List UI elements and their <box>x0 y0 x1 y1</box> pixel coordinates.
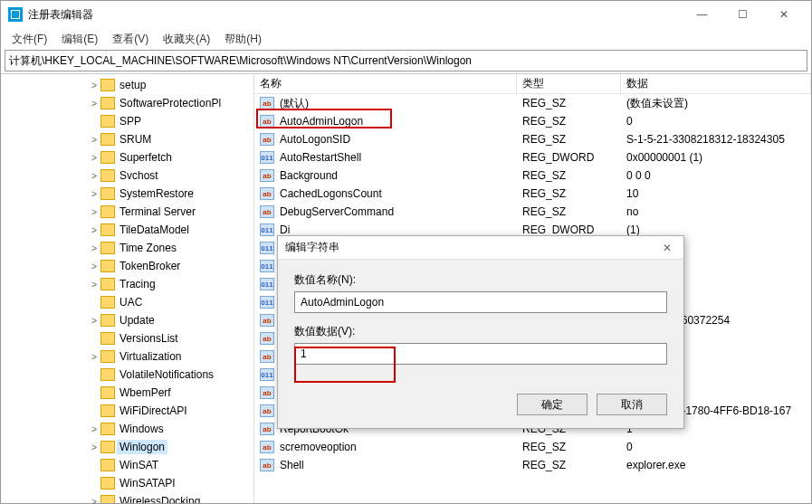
tree-item-softwareprotectionpl[interactable]: >SoftwareProtectionPl <box>1 94 253 112</box>
value-data: explorer.exe <box>621 459 811 471</box>
expand-icon[interactable]: > <box>88 81 100 90</box>
expand-icon[interactable]: > <box>88 135 100 145</box>
col-name[interactable]: 名称 <box>254 74 517 93</box>
ok-button[interactable]: 确定 <box>517 394 588 415</box>
value-icon: 011 <box>260 260 274 272</box>
tree-item-tracing[interactable]: >Tracing <box>1 275 253 293</box>
tree-item-tokenbroker[interactable]: >TokenBroker <box>1 257 253 275</box>
expand-icon[interactable]: > <box>88 171 100 181</box>
tree-item-tiledatamodel[interactable]: >TileDataModel <box>1 221 253 239</box>
expand-icon[interactable]: > <box>88 497 100 505</box>
maximize-button[interactable]: ☐ <box>722 2 763 27</box>
tree-item-virtualization[interactable]: >Virtualization <box>1 347 253 366</box>
expand-icon[interactable]: > <box>88 424 100 434</box>
value-name: Di <box>280 223 290 236</box>
expand-icon[interactable]: > <box>88 262 100 271</box>
tree-item-superfetch[interactable]: >Superfetch <box>1 148 253 166</box>
expand-icon[interactable]: > <box>88 442 100 452</box>
tree-item-winsatapi[interactable]: WinSATAPI <box>1 474 253 492</box>
tree-panel[interactable]: >setup>SoftwareProtectionPlSPP>SRUM>Supe… <box>1 74 254 504</box>
tree-item-wirelessdocking[interactable]: >WirelessDocking <box>1 492 253 504</box>
tree-item-winsat[interactable]: WinSAT <box>1 456 253 474</box>
folder-icon <box>100 260 115 272</box>
values-header: 名称 类型 数据 <box>254 74 811 94</box>
tree-item-update[interactable]: >Update <box>1 311 253 329</box>
tree-item-wbemperf[interactable]: WbemPerf <box>1 384 253 402</box>
value-type: REG_SZ <box>517 169 621 182</box>
minimize-button[interactable]: — <box>682 2 722 27</box>
value-row[interactable]: 011AutoRestartShellREG_DWORD0x00000001 (… <box>254 148 811 166</box>
expand-icon[interactable]: > <box>88 153 100 163</box>
value-data: S-1-5-21-3308218312-18324305 <box>621 133 811 146</box>
value-row[interactable]: abAutoLogonSIDREG_SZS-1-5-21-3308218312-… <box>254 130 811 148</box>
menu-file[interactable]: 文件(F) <box>6 30 53 49</box>
tree-item-wifidirectapi[interactable]: WiFiDirectAPI <box>1 402 253 420</box>
folder-icon <box>100 151 115 164</box>
expand-icon[interactable]: > <box>88 316 100 326</box>
app-icon <box>8 7 23 22</box>
value-type: REG_DWORD <box>517 151 621 164</box>
expand-icon[interactable]: > <box>88 352 100 362</box>
value-type: REG_SZ <box>517 97 621 109</box>
value-row[interactable]: abscremoveoptionREG_SZ0 <box>254 438 811 456</box>
tree-item-systemrestore[interactable]: >SystemRestore <box>1 185 253 203</box>
value-icon: ab <box>260 133 274 146</box>
tree-item-time-zones[interactable]: >Time Zones <box>1 239 253 257</box>
value-icon: ab <box>260 423 274 435</box>
tree-item-svchost[interactable]: >Svchost <box>1 166 253 185</box>
tree-item-srum[interactable]: >SRUM <box>1 130 253 148</box>
value-name-label: 数值名称(N): <box>294 272 667 288</box>
tree-item-uac[interactable]: UAC <box>1 293 253 311</box>
expand-icon[interactable]: > <box>88 207 100 217</box>
tree-item-winlogon[interactable]: >Winlogon <box>1 438 253 456</box>
value-icon: ab <box>260 115 274 128</box>
value-name: AutoAdminLogon <box>280 115 363 128</box>
value-data: (1) <box>621 223 811 236</box>
menu-help[interactable]: 帮助(H) <box>219 30 267 49</box>
close-button[interactable]: ✕ <box>763 2 804 27</box>
value-type: REG_SZ <box>517 187 621 200</box>
expand-icon[interactable]: > <box>88 280 100 290</box>
value-icon: ab <box>260 386 274 399</box>
value-row[interactable]: abBackgroundREG_SZ0 0 0 <box>254 166 811 185</box>
value-row[interactable]: abCachedLogonsCountREG_SZ10 <box>254 185 811 203</box>
folder-icon <box>100 242 115 254</box>
expand-icon[interactable]: > <box>88 243 100 253</box>
menu-view[interactable]: 查看(V) <box>107 30 154 49</box>
folder-icon <box>100 223 115 236</box>
value-data: 10 <box>621 187 811 200</box>
value-row[interactable]: ab(默认)REG_SZ(数值未设置) <box>254 94 811 112</box>
value-name-input[interactable] <box>294 291 667 313</box>
menu-edit[interactable]: 编辑(E) <box>56 30 103 49</box>
tree-item-versionslist[interactable]: VersionsList <box>1 329 253 347</box>
value-type: REG_SZ <box>517 205 621 218</box>
expand-icon[interactable]: > <box>88 99 100 109</box>
value-type: REG_SZ <box>517 115 621 128</box>
expand-icon[interactable]: > <box>88 189 100 199</box>
address-bar[interactable]: 计算机\HKEY_LOCAL_MACHINE\SOFTWARE\Microsof… <box>5 50 807 71</box>
folder-icon <box>100 79 115 91</box>
value-row[interactable]: abShellREG_SZexplorer.exe <box>254 456 811 474</box>
value-icon: 011 <box>260 151 274 164</box>
expand-icon[interactable]: > <box>88 225 100 235</box>
value-row[interactable]: abDebugServerCommandREG_SZno <box>254 203 811 221</box>
col-type[interactable]: 类型 <box>517 74 621 93</box>
value-icon: ab <box>260 314 274 327</box>
tree-item-windows[interactable]: >Windows <box>1 420 253 438</box>
tree-item-setup[interactable]: >setup <box>1 76 253 94</box>
tree-item-spp[interactable]: SPP <box>1 112 253 130</box>
tree-item-terminal-server[interactable]: >Terminal Server <box>1 203 253 221</box>
value-data: (数值未设置) <box>621 96 811 111</box>
value-data: 0 0 0 <box>621 169 811 182</box>
value-data-input[interactable] <box>294 343 667 365</box>
value-icon: ab <box>260 97 274 109</box>
value-name: AutoRestartShell <box>280 151 361 164</box>
menu-favorites[interactable]: 收藏夹(A) <box>158 30 215 49</box>
value-data: 0 <box>621 115 811 128</box>
cancel-button[interactable]: 取消 <box>597 394 667 415</box>
tree-item-volatilenotifications[interactable]: VolatileNotifications <box>1 366 253 384</box>
folder-icon <box>100 205 115 218</box>
dialog-close-icon[interactable]: ✕ <box>658 242 676 254</box>
value-row[interactable]: abAutoAdminLogonREG_SZ0 <box>254 112 811 130</box>
col-data[interactable]: 数据 <box>621 74 811 93</box>
